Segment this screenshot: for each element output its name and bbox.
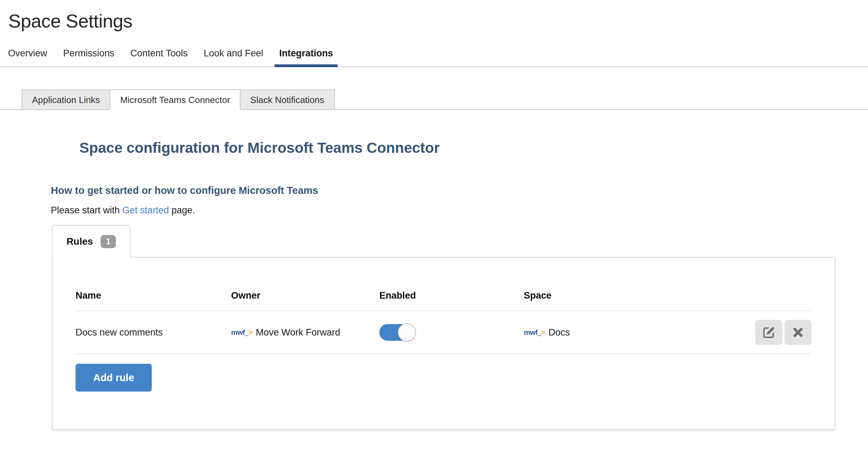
rule-owner: mwf_> Move Work Forward bbox=[231, 327, 379, 338]
toggle-knob bbox=[398, 323, 416, 341]
tab-overview[interactable]: Overview bbox=[3, 48, 52, 66]
rule-owner-name: Move Work Forward bbox=[256, 327, 340, 338]
rules-tab[interactable]: Rules 1 bbox=[52, 225, 131, 258]
tab-slack-notifications[interactable]: Slack Notifications bbox=[240, 89, 334, 110]
rules-count-badge: 1 bbox=[101, 235, 116, 248]
add-rule-button[interactable]: Add rule bbox=[76, 364, 152, 392]
column-header-space: Space bbox=[524, 290, 753, 301]
howto-heading: How to get started or how to configure M… bbox=[51, 184, 868, 196]
table-row: Docs new comments mwf_> Move Work Forwar… bbox=[76, 311, 810, 354]
pencil-square-icon bbox=[763, 326, 775, 339]
column-header-name: Name bbox=[76, 290, 231, 301]
intro-text-before: Please start with bbox=[51, 205, 123, 215]
tab-application-links[interactable]: Application Links bbox=[22, 89, 110, 110]
x-mark-icon bbox=[792, 327, 804, 338]
mwf-logo: mwf_> bbox=[231, 327, 252, 338]
mwf-logo: mwf_> bbox=[524, 327, 545, 338]
rule-enabled-toggle[interactable] bbox=[379, 324, 415, 341]
tab-microsoft-teams-connector[interactable]: Microsoft Teams Connector bbox=[110, 89, 240, 110]
rules-panel: Name Owner Enabled Space Docs new commen… bbox=[52, 257, 835, 430]
rule-actions bbox=[753, 320, 812, 345]
tab-integrations[interactable]: Integrations bbox=[275, 48, 338, 67]
column-header-owner: Owner bbox=[231, 290, 379, 301]
column-header-enabled: Enabled bbox=[379, 290, 524, 301]
space-settings-tabs: Overview Permissions Content Tools Look … bbox=[0, 48, 868, 67]
rule-space-name: Docs bbox=[549, 327, 570, 338]
rules-tab-label: Rules bbox=[66, 236, 93, 247]
rule-space: mwf_> Docs bbox=[524, 327, 753, 338]
get-started-link[interactable]: Get started bbox=[123, 205, 169, 215]
delete-rule-button[interactable] bbox=[784, 320, 812, 345]
integrations-sub-tabs: Application Links Microsoft Teams Connec… bbox=[0, 89, 868, 110]
page-title: Space Settings bbox=[0, 0, 868, 31]
rule-enabled-cell bbox=[379, 324, 524, 341]
edit-rule-button[interactable] bbox=[755, 320, 782, 345]
intro-text-after: page. bbox=[169, 205, 195, 215]
tab-look-and-feel[interactable]: Look and Feel bbox=[199, 48, 268, 66]
intro-text: Please start with Get started page. bbox=[51, 205, 868, 216]
tab-content-tools[interactable]: Content Tools bbox=[126, 48, 192, 66]
tab-permissions[interactable]: Permissions bbox=[59, 48, 119, 66]
rule-name: Docs new comments bbox=[76, 327, 231, 338]
section-heading: Space configuration for Microsoft Teams … bbox=[79, 139, 868, 157]
column-header-actions bbox=[753, 290, 812, 301]
rules-table-header: Name Owner Enabled Space bbox=[76, 258, 810, 311]
